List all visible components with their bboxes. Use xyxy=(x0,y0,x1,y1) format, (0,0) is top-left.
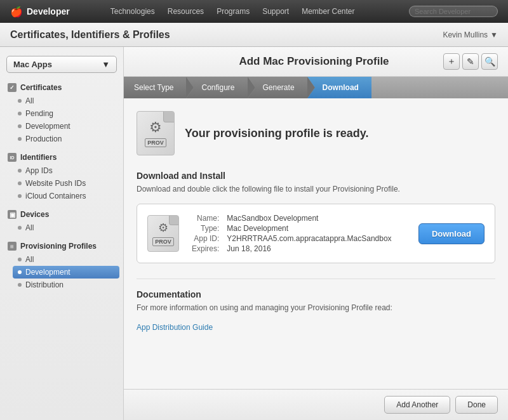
add-button[interactable]: ＋ xyxy=(443,53,460,70)
step-select-type-label: Select Type xyxy=(134,83,173,92)
download-install-desc: Download and double click the following … xyxy=(137,185,495,194)
prov-label: PROV xyxy=(152,237,174,246)
profile-appid-row: App ID: Y2HRRTRAA5.com.appracatappra.Mac… xyxy=(189,233,394,244)
step-download[interactable]: Download xyxy=(307,77,371,98)
user-name: Kevin Mullins xyxy=(443,30,488,39)
top-navigation: 🍎 Developer Technologies Resources Progr… xyxy=(0,0,508,23)
toolbar-actions: ＋ ✎ 🔍 xyxy=(443,53,498,70)
step-configure-label: Configure xyxy=(201,83,234,92)
bullet-icon xyxy=(18,270,22,274)
bullet-icon xyxy=(18,258,22,261)
step-arrow-icon xyxy=(248,77,255,98)
step-bar: Select Type Configure Generate Download xyxy=(124,77,508,98)
content-header: Add Mac Provisioning Profile ＋ ✎ 🔍 xyxy=(124,47,508,77)
certificates-label: Certificates xyxy=(20,83,62,92)
content-body: ⚙ PROV Your provisioning profile is read… xyxy=(124,98,508,389)
documentation-section: Documentation For more information on us… xyxy=(137,279,495,332)
sidebar-item-website-push-ids[interactable]: Website Push IDs xyxy=(0,177,123,190)
edit-button[interactable]: ✎ xyxy=(462,53,479,70)
sidebar-section-identifiers: ID Identifiers App IDs Website Push IDs … xyxy=(0,150,123,202)
sidebar-item-prov-distribution[interactable]: Distribution xyxy=(0,279,123,291)
sidebar-section-certificates: ✓ Certificates All Pending Development P… xyxy=(0,81,123,145)
provisioning-label: Provisioning Profiles xyxy=(20,242,97,251)
profile-card: ⚙ PROV Name: MacSandbox Development Type… xyxy=(137,204,495,263)
content-area: Add Mac Provisioning Profile ＋ ✎ 🔍 Selec… xyxy=(124,47,508,420)
gear-icon: ⚙ xyxy=(158,221,168,235)
done-button[interactable]: Done xyxy=(455,396,498,414)
nav-support[interactable]: Support xyxy=(262,7,289,16)
app-distribution-guide-link[interactable]: App Distribution Guide xyxy=(137,323,213,332)
sidebar-item-prov-all[interactable]: All xyxy=(0,253,123,266)
header-bar: Certificates, Identifiers & Profiles Kev… xyxy=(0,23,508,47)
bullet-icon xyxy=(18,169,22,173)
gear-icon: ⚙ xyxy=(149,119,162,136)
add-another-button[interactable]: Add Another xyxy=(384,396,450,414)
sidebar-section-header-provisioning: ≡ Provisioning Profiles xyxy=(0,239,123,253)
bullet-icon xyxy=(18,99,22,103)
bullet-icon xyxy=(18,283,22,287)
bullet-icon xyxy=(18,112,22,115)
search-input[interactable] xyxy=(409,6,498,17)
bullet-icon xyxy=(18,194,22,198)
step-generate[interactable]: Generate xyxy=(248,77,307,98)
profile-type-row: Type: Mac Development xyxy=(189,223,394,233)
sidebar: Mac Apps ▼ ✓ Certificates All Pending De… xyxy=(0,47,124,420)
logo-text: Developer xyxy=(27,6,70,16)
search-button[interactable]: 🔍 xyxy=(481,53,498,70)
doc-title: Documentation xyxy=(137,289,495,299)
user-arrow-icon: ▼ xyxy=(490,30,498,39)
app-type-dropdown[interactable]: Mac Apps ▼ xyxy=(6,56,117,73)
sidebar-section-devices: ▣ Devices All xyxy=(0,207,123,234)
logo: 🍎 Developer xyxy=(10,6,70,18)
provisioning-file-icon-small: ⚙ PROV xyxy=(147,215,179,252)
profile-type-value: Mac Development xyxy=(224,223,394,233)
content-footer: Add Another Done xyxy=(124,389,508,420)
sidebar-item-cert-pending[interactable]: Pending xyxy=(0,107,123,120)
sidebar-section-header-devices: ▣ Devices xyxy=(0,207,123,221)
bullet-icon xyxy=(18,137,22,141)
provisioning-icon: ≡ xyxy=(8,242,17,251)
dropdown-arrow-icon: ▼ xyxy=(102,60,110,69)
step-arrow-icon xyxy=(186,77,194,98)
devices-label: Devices xyxy=(20,210,49,219)
nav-technologies[interactable]: Technologies xyxy=(110,7,155,16)
sidebar-item-icloud-containers[interactable]: iCloud Containers xyxy=(0,190,123,202)
sidebar-section-header-identifiers: ID Identifiers xyxy=(0,150,123,164)
user-menu[interactable]: Kevin Mullins ▼ xyxy=(443,30,498,39)
profile-name-label: Name: xyxy=(189,213,224,223)
step-configure[interactable]: Configure xyxy=(186,77,247,98)
profile-type-label: Type: xyxy=(189,223,224,233)
sidebar-item-devices-all[interactable]: All xyxy=(0,221,123,234)
download-install-title: Download and Install xyxy=(137,171,495,181)
dropdown-label: Mac Apps xyxy=(13,60,52,69)
step-select-type[interactable]: Select Type xyxy=(124,77,186,98)
bullet-icon xyxy=(18,226,22,230)
profile-name-row: Name: MacSandbox Development xyxy=(189,213,394,223)
sidebar-item-cert-development[interactable]: Development xyxy=(0,120,123,133)
sidebar-section-provisioning: ≡ Provisioning Profiles All Development … xyxy=(0,239,123,291)
profile-expires-row: Expires: Jun 18, 2016 xyxy=(189,244,394,254)
nav-programs[interactable]: Programs xyxy=(217,7,250,16)
nav-links: Technologies Resources Programs Support … xyxy=(110,7,355,16)
content-title: Add Mac Provisioning Profile xyxy=(185,55,443,68)
prov-label: PROV xyxy=(145,138,166,147)
step-download-label: Download xyxy=(323,83,359,92)
certificates-icon: ✓ xyxy=(8,83,17,92)
profile-expires-label: Expires: xyxy=(189,244,224,254)
bullet-icon xyxy=(18,181,22,185)
main-layout: Mac Apps ▼ ✓ Certificates All Pending De… xyxy=(0,47,508,420)
bullet-icon xyxy=(18,124,22,128)
profile-name-value: MacSandbox Development xyxy=(224,213,394,223)
identifiers-icon: ID xyxy=(8,153,17,162)
sidebar-item-cert-production[interactable]: Production xyxy=(0,133,123,145)
step-generate-label: Generate xyxy=(263,83,295,92)
ready-section: ⚙ PROV Your provisioning profile is read… xyxy=(137,111,495,155)
sidebar-item-prov-development[interactable]: Development xyxy=(13,266,119,279)
download-profile-button[interactable]: Download xyxy=(418,223,485,244)
sidebar-item-app-ids[interactable]: App IDs xyxy=(0,164,123,177)
nav-resources[interactable]: Resources xyxy=(168,7,204,16)
profile-appid-label: App ID: xyxy=(189,233,224,244)
sidebar-item-cert-all[interactable]: All xyxy=(0,95,123,107)
sidebar-section-header-certificates: ✓ Certificates xyxy=(0,81,123,95)
nav-member-center[interactable]: Member Center xyxy=(302,7,354,16)
